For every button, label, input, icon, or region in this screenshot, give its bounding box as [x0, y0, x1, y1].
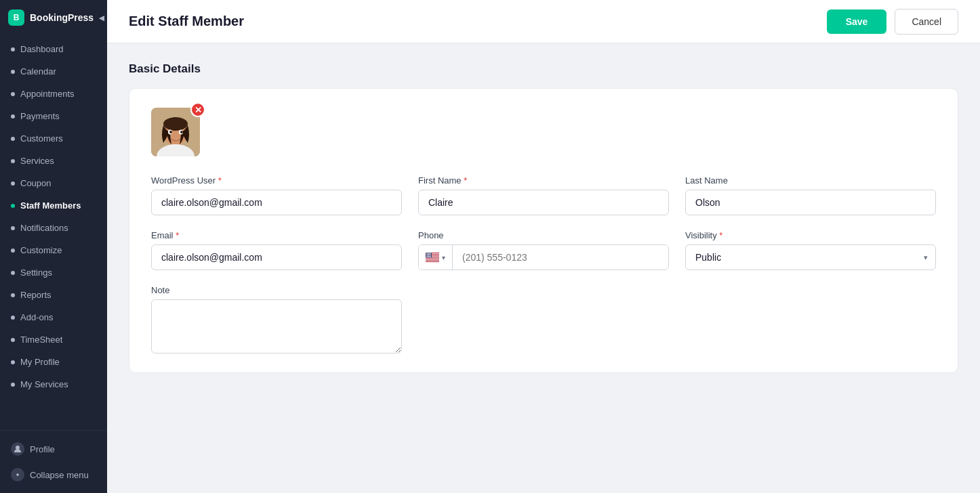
sidebar-dot	[11, 293, 15, 297]
svg-point-23	[429, 253, 430, 254]
sidebar-logo[interactable]: B BookingPress ◀	[0, 0, 107, 35]
sidebar-item-label: Staff Members	[20, 200, 81, 211]
first-name-input[interactable]	[418, 190, 669, 215]
visibility-select[interactable]: Public Private	[685, 244, 936, 270]
svg-point-42	[430, 257, 431, 257]
section-title: Basic Details	[129, 62, 958, 76]
email-label: Email *	[151, 230, 402, 240]
header-actions: Save Cancel	[827, 9, 958, 35]
phone-wrapper: ▾	[418, 244, 669, 270]
form-row-1: WordPress User * First Name * Last Name	[151, 175, 936, 215]
sidebar-collapse-arrow: ◀	[99, 14, 104, 22]
first-name-label: First Name *	[418, 175, 669, 186]
svg-point-25	[427, 254, 428, 255]
sidebar-dot	[11, 137, 15, 141]
sidebar-collapse-item[interactable]: Collapse menu	[0, 462, 107, 488]
sidebar-item-label: Coupon	[20, 178, 52, 188]
sidebar-item-customize[interactable]: Customize	[0, 239, 107, 261]
svg-point-31	[428, 255, 429, 255]
sidebar-item-timesheet[interactable]: TimeSheet	[0, 328, 107, 351]
profile-icon	[11, 442, 24, 456]
sidebar-dot	[11, 249, 15, 253]
page-title: Edit Staff Member	[129, 14, 244, 29]
sidebar-item-dashboard[interactable]: Dashboard	[0, 38, 107, 60]
sidebar-dot	[11, 226, 15, 230]
svg-point-21	[427, 253, 428, 254]
wordpress-user-group: WordPress User *	[151, 175, 402, 215]
sidebar-item-settings[interactable]: Settings	[0, 261, 107, 284]
note-group: Note	[151, 285, 402, 353]
sidebar-item-label: Notifications	[20, 223, 68, 233]
phone-label: Phone	[418, 230, 669, 240]
last-name-group: Last Name	[685, 175, 936, 215]
phone-input[interactable]	[453, 245, 668, 270]
svg-rect-17	[426, 259, 439, 260]
email-group: Email *	[151, 230, 402, 270]
svg-point-38	[426, 257, 427, 257]
svg-point-39	[427, 257, 428, 257]
last-name-input[interactable]	[685, 190, 936, 215]
required-marker: *	[218, 175, 222, 186]
svg-point-40	[428, 257, 429, 257]
sidebar-nav: Dashboard Calendar Appointments Payments…	[0, 35, 107, 430]
sidebar-item-label: Payments	[20, 111, 60, 121]
sidebar-item-label: Customize	[20, 245, 62, 255]
wordpress-user-input[interactable]	[151, 190, 402, 215]
sidebar-item-label: Add-ons	[20, 312, 53, 322]
phone-flag-button[interactable]: ▾	[419, 245, 453, 270]
cancel-button[interactable]: Cancel	[895, 9, 958, 35]
sidebar-dot	[11, 383, 15, 387]
sidebar-item-label: Appointments	[20, 89, 75, 99]
sidebar-dot-active	[11, 204, 15, 208]
page-header: Edit Staff Member Save Cancel	[107, 0, 980, 43]
avatar-remove-button[interactable]: ✕	[190, 102, 205, 117]
sidebar-item-add-ons[interactable]: Add-ons	[0, 306, 107, 328]
required-marker: *	[176, 230, 179, 240]
sidebar-item-label: My Profile	[20, 357, 60, 367]
collapse-icon	[11, 468, 24, 481]
sidebar-item-coupon[interactable]: Coupon	[0, 172, 107, 194]
profile-label: Profile	[30, 444, 55, 454]
sidebar-profile-item[interactable]: Profile	[0, 436, 107, 462]
visibility-select-wrapper: Public Private ▾	[685, 244, 936, 270]
svg-point-41	[429, 257, 430, 257]
sidebar-item-label: Dashboard	[20, 44, 64, 54]
sidebar: B BookingPress ◀ Dashboard Calendar Appo…	[0, 0, 107, 493]
sidebar-dot	[11, 159, 15, 163]
basic-details-card: ✕ WordPress User * First Name * L	[129, 88, 958, 373]
phone-flag-chevron-icon: ▾	[442, 254, 445, 261]
sidebar-item-customers[interactable]: Customers	[0, 127, 107, 150]
svg-point-37	[430, 256, 430, 257]
note-label: Note	[151, 285, 402, 295]
sidebar-logo-text: BookingPress	[30, 12, 94, 23]
required-marker: *	[719, 230, 722, 240]
svg-point-26	[428, 254, 428, 255]
avatar-area: ✕	[151, 108, 200, 156]
svg-point-32	[429, 255, 430, 255]
phone-group: Phone	[418, 230, 669, 270]
last-name-label: Last Name	[685, 175, 936, 186]
form-row-2: Email * Phone	[151, 230, 936, 270]
sidebar-item-notifications[interactable]: Notifications	[0, 217, 107, 239]
sidebar-dot	[11, 338, 15, 342]
svg-point-10	[180, 131, 183, 133]
sidebar-item-services[interactable]: Services	[0, 150, 107, 172]
sidebar-item-label: TimeSheet	[20, 335, 62, 345]
sidebar-item-my-profile[interactable]: My Profile	[0, 351, 107, 373]
sidebar-item-appointments[interactable]: Appointments	[0, 83, 107, 105]
email-input[interactable]	[151, 244, 402, 270]
note-textarea[interactable]	[151, 299, 402, 353]
svg-point-24	[430, 253, 431, 254]
sidebar-item-label: Customers	[20, 133, 63, 144]
sidebar-item-my-services[interactable]: My Services	[0, 373, 107, 395]
save-button[interactable]: Save	[827, 9, 887, 34]
sidebar-item-staff-members[interactable]: Staff Members	[0, 194, 107, 217]
sidebar-item-reports[interactable]: Reports	[0, 284, 107, 306]
us-flag-icon	[426, 253, 439, 262]
svg-point-36	[429, 256, 430, 257]
sidebar-item-payments[interactable]: Payments	[0, 105, 107, 127]
svg-point-34	[427, 256, 428, 257]
sidebar-item-calendar[interactable]: Calendar	[0, 60, 107, 83]
svg-point-28	[430, 254, 430, 255]
wordpress-user-label: WordPress User *	[151, 175, 402, 186]
